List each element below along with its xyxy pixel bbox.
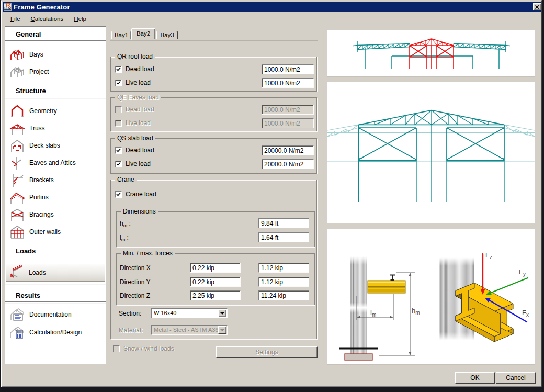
preview-crane-details: lm hm [327,229,535,365]
tab-bay1[interactable]: Bay1 [111,31,131,39]
brackets-icon [8,172,26,188]
qr-live-load-label: Live load [126,79,151,86]
direction-x-label: Direction X [120,264,151,272]
check-icon [116,162,121,166]
sidebar-item-truss[interactable]: Truss [5,119,106,137]
sidebar-item-deck-slabs[interactable]: Deck slabs [5,137,106,154]
crane-load-label: Crane load [126,191,156,198]
sidebar-item-brackets[interactable]: Brackets [5,171,106,188]
sidebar-header-results: Results [5,285,106,300]
crane-beam-side-view: lm hm [339,256,420,360]
bays-overview-drawing [327,30,535,76]
lm-input[interactable] [258,232,309,242]
bay-tabs: Bay1 Bay2 Bay3 [110,28,318,39]
menu-calculations[interactable]: Calculations [28,15,67,23]
footing [345,354,372,360]
menu-bar: File Calculations Help [7,13,94,24]
snow-wind-loads-checkbox [113,345,120,352]
direction-y-min-input[interactable] [190,277,241,287]
dim-lm-label: lm [370,309,376,318]
documentation-icon [8,307,26,322]
force-x-label: Fx [522,309,529,318]
qs-dead-load-label: Dead load [126,147,154,154]
direction-y-label: Direction Y [120,278,150,286]
sidebar-item-loads[interactable]: Loads [6,264,105,282]
sidebar-item-bays[interactable]: Bays [5,46,106,63]
title-bar: R PRO Frame Generator [3,2,541,12]
qr-live-load-checkbox[interactable] [115,80,122,86]
preview-bays-overview [327,30,535,77]
section-label: Section: [119,310,141,317]
crane-load-checkbox[interactable] [115,191,122,198]
ok-button[interactable]: OK [455,372,495,384]
qe-dead-load-input [262,105,314,115]
chevron-down-icon [220,329,224,331]
menu-file[interactable]: File [7,15,24,23]
direction-x-max-input[interactable] [258,263,309,273]
qs-dead-load-checkbox[interactable] [115,147,122,154]
tab-bay3[interactable]: Bay3 [156,31,178,39]
outer-walls-icon [8,224,26,240]
qs-dead-load-input[interactable] [262,145,314,155]
sidebar-item-purlins[interactable]: Purlins [5,188,106,206]
cancel-button[interactable]: Cancel [496,372,536,384]
qs-live-load-input[interactable] [262,159,314,169]
force-y-arrow [491,278,528,293]
crane-details-drawing: lm hm [327,229,535,364]
geometry-icon [8,103,26,119]
menu-help[interactable]: Help [71,15,89,23]
check-icon [116,192,121,197]
preview-bay-elevation [327,82,535,223]
qr-dead-load-checkbox[interactable] [115,66,122,73]
force-y-label: Fy [519,268,526,277]
settings-button: Settings [216,346,318,358]
snow-wind-loads-label: Snow / wind loads [123,345,174,352]
frame-generator-window: R PRO Frame Generator File Calculations … [1,0,542,387]
bracings-icon [8,207,26,222]
direction-z-min-input[interactable] [190,290,241,300]
qs-live-load-label: Live load [126,160,151,167]
navigation-sidebar: General Bays Project Structure [5,26,106,364]
tab-bay2[interactable]: Bay2 [131,28,155,40]
qr-live-load-input[interactable] [262,78,314,88]
sidebar-item-geometry[interactable]: Geometry [5,102,106,119]
sidebar-header-structure: Structure [5,80,106,96]
purlins-icon [8,189,26,205]
direction-y-max-input[interactable] [258,277,309,287]
sidebar-item-documentation[interactable]: Documentation [5,306,106,323]
close-icon [535,5,539,9]
check-icon [116,81,121,85]
dropdown-button [218,326,226,334]
sidebar-item-calculation-design[interactable]: Calculation/Design [5,323,106,341]
qr-dead-load-input[interactable] [262,64,314,74]
sidebar-item-bracings[interactable]: Bracings [5,206,106,223]
qe-live-load-input [262,118,314,128]
qs-live-load-checkbox[interactable] [115,161,122,167]
qe-dead-load-label: Dead load [126,106,154,113]
close-button[interactable] [533,3,541,10]
crane-rail [390,275,395,280]
bays-icon [8,47,26,62]
truss-icon [8,120,26,136]
sidebar-item-eaves-attics[interactable]: Eaves and Attics [5,154,106,171]
sidebar-item-outer-walls[interactable]: Outer walls [5,223,106,240]
check-icon [116,67,121,72]
dropdown-button[interactable] [218,309,226,317]
bay-elevation-drawing [327,82,535,223]
dim-hm-label: hm [412,307,420,316]
eaves-and-attics-icon [8,155,26,171]
sidebar-item-project[interactable]: Project [5,63,106,80]
hm-input[interactable] [258,218,309,228]
section-combobox[interactable]: W 16x40 [151,308,228,318]
hm-label: hm : [120,220,131,228]
direction-z-label: Direction Z [120,292,150,299]
direction-z-max-input[interactable] [258,290,309,300]
lm-label: lm : [120,234,129,242]
window-title: Frame Generator [14,3,70,11]
divider [5,257,106,259]
sidebar-header-loads: Loads [5,240,106,256]
sidebar-header-general: General [5,27,106,39]
material-combobox: Metal - Steel - ASTM A36 [151,325,228,335]
qe-live-load-checkbox [115,120,122,127]
direction-x-min-input[interactable] [190,263,241,273]
